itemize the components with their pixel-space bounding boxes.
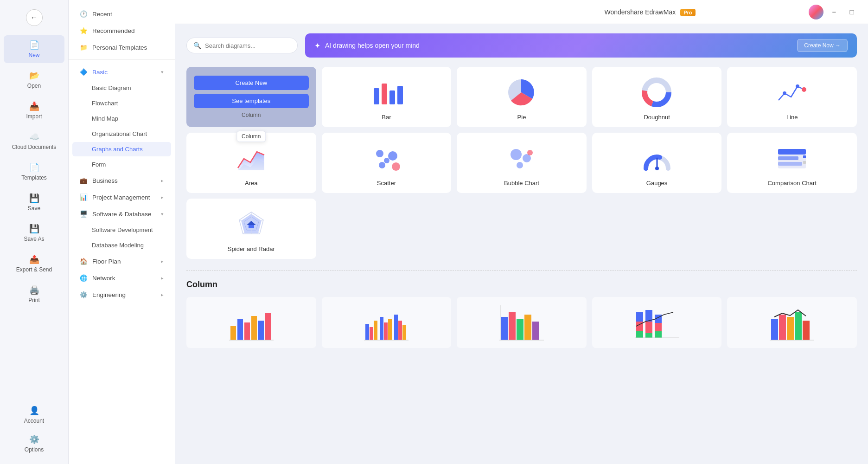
content-area: Wondershare EdrawMax Pro − □ 🔍 ✦ AI draw…	[175, 0, 868, 464]
ai-banner: ✦ AI drawing helps open your mind Create…	[305, 33, 857, 58]
nav-category-network[interactable]: 🌐 Network ▸	[72, 270, 171, 286]
sidebar-item-cloud[interactable]: ☁️ Cloud Documents	[4, 127, 64, 155]
svg-rect-23	[778, 149, 806, 155]
nav-category-business[interactable]: 💼 Business ▸	[72, 173, 171, 188]
svg-point-9	[796, 84, 799, 88]
sidebar-item-saveas[interactable]: 💾 Save As	[4, 219, 64, 247]
nav-sub-software-dev[interactable]: Software Development	[72, 223, 171, 237]
sidebar-import-label: Import	[26, 113, 42, 120]
see-templates-button[interactable]: See templates	[194, 94, 309, 108]
nav-sub-basic-diagram[interactable]: Basic Diagram	[72, 81, 171, 95]
chart-card-doughnut[interactable]: Doughnut	[592, 67, 722, 127]
nav-category-floorplan[interactable]: 🏠 Floor Plan ▸	[72, 253, 171, 269]
sidebar-item-import[interactable]: 📥 Import	[4, 97, 64, 124]
sidebar-item-save[interactable]: 💾 Save	[4, 188, 64, 216]
template-thumb-3	[457, 297, 587, 348]
search-icon: 🔍	[193, 42, 201, 49]
svg-rect-49	[388, 319, 392, 340]
nav-recommended[interactable]: ⭐ Recommended	[72, 23, 171, 39]
search-box[interactable]: 🔍	[186, 38, 298, 53]
sidebar-new-label: New	[28, 52, 39, 58]
business-icon: 💼	[80, 177, 88, 184]
svg-rect-66	[645, 333, 652, 338]
chart-card-pie[interactable]: Pie	[457, 67, 587, 127]
spider-label: Spider and Radar	[228, 245, 275, 252]
line-label: Line	[786, 114, 798, 121]
sidebar-item-new[interactable]: 📄 New	[4, 35, 64, 63]
basic-diagram-label: Basic Diagram	[92, 84, 131, 91]
basic-chevron: ▾	[161, 69, 164, 75]
sidebar-item-open[interactable]: 📂 Open	[4, 66, 64, 94]
maximize-button[interactable]: □	[845, 5, 859, 19]
nav-category-engineering[interactable]: ⚙️ Engineering ▸	[72, 287, 171, 303]
cloud-icon: ☁️	[29, 132, 39, 142]
svg-rect-48	[384, 322, 388, 340]
svg-rect-41	[258, 321, 264, 340]
template-card-4[interactable]	[592, 297, 722, 348]
sidebar-item-export[interactable]: 📤 Export & Send	[4, 250, 64, 277]
chart-card-scatter[interactable]: Scatter	[322, 133, 452, 193]
svg-rect-57	[524, 315, 531, 340]
sidebar-item-options[interactable]: ⚙️ Options	[4, 430, 64, 458]
template-card-1[interactable]	[186, 297, 316, 348]
svg-rect-68	[655, 323, 662, 331]
chart-card-bar[interactable]: Bar	[322, 67, 452, 127]
sidebar-item-print[interactable]: 🖨️ Print	[4, 280, 64, 308]
chart-card-column-selected[interactable]: Create New See templates Column Column	[186, 67, 316, 127]
nav-personal-templates[interactable]: 📁 Personal Templates	[72, 39, 171, 55]
minimize-button[interactable]: −	[827, 5, 841, 19]
pro-badge: Pro	[680, 9, 695, 16]
software-chevron: ▾	[161, 211, 164, 217]
nav-sub-graphs[interactable]: Graphs and Charts	[72, 142, 171, 156]
ai-icon: ✦	[314, 41, 320, 50]
create-now-button[interactable]: Create Now →	[797, 39, 848, 52]
nav-recent[interactable]: 🕐 Recent	[72, 6, 171, 22]
nav-sub-flowchart[interactable]: Flowchart	[72, 96, 171, 110]
chart-card-comparison[interactable]: Comparison Chart	[727, 133, 857, 193]
svg-rect-47	[380, 317, 383, 340]
sidebar-export-label: Export & Send	[16, 266, 52, 273]
top-bar: Wondershare EdrawMax Pro − □	[175, 0, 868, 24]
chart-card-line[interactable]: Line	[727, 67, 857, 127]
template-card-3[interactable]	[457, 297, 587, 348]
svg-rect-25	[778, 162, 802, 166]
templates-icon: 📄	[29, 162, 39, 173]
sidebar-item-templates[interactable]: 📄 Templates	[4, 158, 64, 186]
bubble-label: Bubble Chart	[504, 180, 539, 187]
svg-rect-65	[645, 322, 652, 333]
template-card-2[interactable]	[322, 297, 452, 348]
column-section: Column	[186, 280, 857, 348]
create-new-button[interactable]: Create New	[194, 76, 309, 90]
nav-recommended-label: Recommended	[92, 27, 135, 34]
export-icon: 📤	[29, 254, 39, 264]
svg-rect-75	[803, 321, 810, 340]
nav-sub-orgchart[interactable]: Organizational Chart	[72, 127, 171, 141]
svg-rect-71	[771, 319, 778, 340]
nav-sub-form[interactable]: Form	[72, 157, 171, 172]
sidebar-save-label: Save	[28, 205, 40, 212]
template-card-5[interactable]	[727, 297, 857, 348]
flowchart-label: Flowchart	[92, 100, 118, 107]
nav-category-basic[interactable]: 🔷 Basic ▾	[72, 64, 171, 80]
nav-sub-mindmap[interactable]: Mind Map	[72, 111, 171, 126]
user-avatar[interactable]	[809, 5, 823, 19]
svg-rect-45	[370, 327, 373, 340]
nav-category-project[interactable]: 📊 Project Management ▸	[72, 189, 171, 205]
chart-card-bubble[interactable]: Bubble Chart	[457, 133, 587, 193]
spider-chart-icon	[235, 208, 268, 241]
personal-icon: 📁	[80, 44, 88, 51]
svg-rect-3	[397, 86, 403, 104]
sidebar-item-account[interactable]: 👤 Account	[4, 401, 64, 429]
back-button[interactable]: ←	[26, 9, 43, 26]
chart-card-gauges[interactable]: Gauges	[592, 133, 722, 193]
section-divider	[186, 270, 857, 271]
nav-category-software[interactable]: 🖥️ Software & Database ▾	[72, 206, 171, 222]
area-chart-icon	[235, 142, 268, 175]
search-input[interactable]	[205, 42, 291, 49]
doughnut-label: Doughnut	[644, 114, 670, 121]
chart-card-spider[interactable]: Spider and Radar	[186, 199, 316, 259]
svg-point-15	[392, 162, 400, 171]
nav-sub-database[interactable]: Database Modeling	[72, 238, 171, 252]
nav-recent-label: Recent	[92, 11, 112, 18]
svg-rect-63	[636, 331, 643, 338]
